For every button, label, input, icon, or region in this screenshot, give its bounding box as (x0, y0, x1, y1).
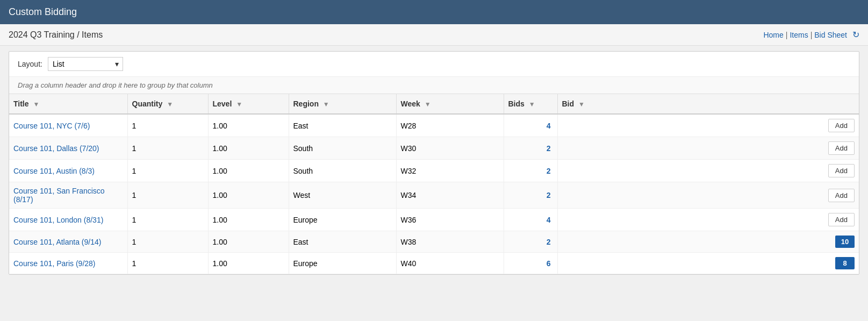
col-header-quantity[interactable]: Quantity ▼ (127, 94, 208, 114)
cell-level: 1.00 (208, 231, 289, 253)
cell-region: Europe (289, 253, 396, 274)
cell-bid: 10 (557, 231, 859, 253)
cell-bid: Add (557, 160, 859, 182)
cell-quantity: 1 (127, 231, 208, 253)
drag-hint: Drag a column header and drop it here to… (9, 77, 859, 94)
course-link[interactable]: Course 101, London (8/31) (13, 216, 103, 224)
cell-level: 1.00 (208, 209, 289, 231)
cell-bids: 2 (504, 182, 557, 209)
cell-bids: 2 (504, 160, 557, 182)
cell-week: W32 (396, 160, 504, 182)
cell-bids: 4 (504, 114, 557, 137)
cell-week: W30 (396, 137, 504, 160)
cell-week: W34 (396, 182, 504, 209)
refresh-icon[interactable]: ↻ (852, 30, 859, 40)
bids-count: 4 (508, 122, 551, 130)
cell-bids: 2 (504, 137, 557, 160)
cell-region: South (289, 160, 396, 182)
add-bid-button[interactable]: Add (828, 141, 855, 155)
course-link[interactable]: Course 101, Dallas (7/20) (13, 144, 99, 153)
cell-level: 1.00 (208, 137, 289, 160)
bids-count: 2 (508, 238, 551, 246)
filter-icon-week[interactable]: ▼ (425, 101, 431, 108)
breadcrumb-title: 2024 Q3 Training / Items (9, 30, 103, 40)
filter-icon-bid[interactable]: ▼ (578, 101, 585, 108)
col-header-region[interactable]: Region ▼ (289, 94, 396, 114)
col-header-title[interactable]: Title ▼ (9, 94, 127, 114)
cell-quantity: 1 (127, 114, 208, 137)
filter-icon-bids[interactable]: ▼ (529, 101, 535, 108)
bids-count: 6 (508, 259, 551, 268)
cell-week: W38 (396, 231, 504, 253)
table-header-row: Title ▼ Quantity ▼ Level ▼ Region ▼ Week (9, 94, 859, 114)
bid-value-button[interactable]: 8 (835, 257, 855, 269)
table-row: Course 101, Atlanta (9/14)11.00EastW3821… (9, 231, 859, 253)
col-header-bids[interactable]: Bids ▼ (504, 94, 557, 114)
bids-count: 4 (508, 216, 551, 224)
cell-bid: 8 (557, 253, 859, 274)
cell-bid: Add (557, 137, 859, 160)
cell-quantity: 1 (127, 160, 208, 182)
breadcrumb-sep-1: | (786, 31, 788, 39)
cell-bid: Add (557, 114, 859, 137)
cell-level: 1.00 (208, 253, 289, 274)
main-content: Layout: List Grid Compact Drag a column … (9, 51, 859, 275)
app-header: Custom Bidding (0, 0, 868, 24)
layout-select[interactable]: List Grid Compact (48, 57, 123, 71)
course-link[interactable]: Course 101, Austin (8/3) (13, 167, 95, 175)
add-bid-button[interactable]: Add (828, 164, 855, 177)
cell-quantity: 1 (127, 209, 208, 231)
cell-level: 1.00 (208, 182, 289, 209)
cell-week: W36 (396, 209, 504, 231)
col-header-bid[interactable]: Bid ▼ (557, 94, 859, 114)
cell-quantity: 1 (127, 182, 208, 209)
bids-count: 2 (508, 167, 551, 175)
app-title: Custom Bidding (9, 6, 77, 17)
course-link[interactable]: Course 101, Paris (9/28) (13, 259, 96, 268)
cell-region: East (289, 114, 396, 137)
cell-bids: 4 (504, 209, 557, 231)
col-header-week[interactable]: Week ▼ (396, 94, 504, 114)
cell-quantity: 1 (127, 137, 208, 160)
layout-select-wrapper: List Grid Compact (48, 57, 123, 71)
layout-label: Layout: (18, 60, 42, 68)
cell-level: 1.00 (208, 160, 289, 182)
filter-icon-level[interactable]: ▼ (236, 101, 242, 108)
cell-week: W28 (396, 114, 504, 137)
cell-region: West (289, 182, 396, 209)
breadcrumb-bar: 2024 Q3 Training / Items Home | Items | … (0, 24, 868, 46)
table-row: Course 101, Austin (8/3)11.00SouthW322Ad… (9, 160, 859, 182)
bids-count: 2 (508, 144, 551, 153)
table-row: Course 101, San Francisco (8/17)11.00Wes… (9, 182, 859, 209)
bids-count: 2 (508, 191, 551, 199)
cell-bid: Add (557, 182, 859, 209)
course-link[interactable]: Course 101, NYC (7/6) (13, 122, 90, 130)
cell-region: Europe (289, 209, 396, 231)
layout-bar: Layout: List Grid Compact (9, 52, 859, 77)
add-bid-button[interactable]: Add (828, 119, 855, 132)
breadcrumb-links: Home | Items | Bid Sheet ↻ (763, 30, 859, 40)
course-link[interactable]: Course 101, Atlanta (9/14) (13, 238, 101, 246)
course-link[interactable]: Course 101, San Francisco (8/17) (13, 187, 105, 204)
cell-bids: 2 (504, 231, 557, 253)
filter-icon-quantity[interactable]: ▼ (167, 101, 173, 108)
cell-quantity: 1 (127, 253, 208, 274)
data-table: Title ▼ Quantity ▼ Level ▼ Region ▼ Week (9, 94, 859, 274)
table-row: Course 101, NYC (7/6)11.00EastW284Add (9, 114, 859, 137)
cell-region: East (289, 231, 396, 253)
filter-icon-title[interactable]: ▼ (33, 101, 39, 108)
add-bid-button[interactable]: Add (828, 213, 855, 226)
breadcrumb-home-link[interactable]: Home (763, 31, 783, 39)
cell-week: W40 (396, 253, 504, 274)
breadcrumb-items-link[interactable]: Items (790, 31, 808, 39)
col-header-level[interactable]: Level ▼ (208, 94, 289, 114)
add-bid-button[interactable]: Add (828, 189, 855, 202)
breadcrumb-bidsheet-link[interactable]: Bid Sheet (814, 31, 847, 39)
filter-icon-region[interactable]: ▼ (323, 101, 329, 108)
table-row: Course 101, London (8/31)11.00EuropeW364… (9, 209, 859, 231)
cell-bids: 6 (504, 253, 557, 274)
table-row: Course 101, Dallas (7/20)11.00SouthW302A… (9, 137, 859, 160)
cell-level: 1.00 (208, 114, 289, 137)
cell-region: South (289, 137, 396, 160)
bid-value-button[interactable]: 10 (835, 236, 855, 248)
